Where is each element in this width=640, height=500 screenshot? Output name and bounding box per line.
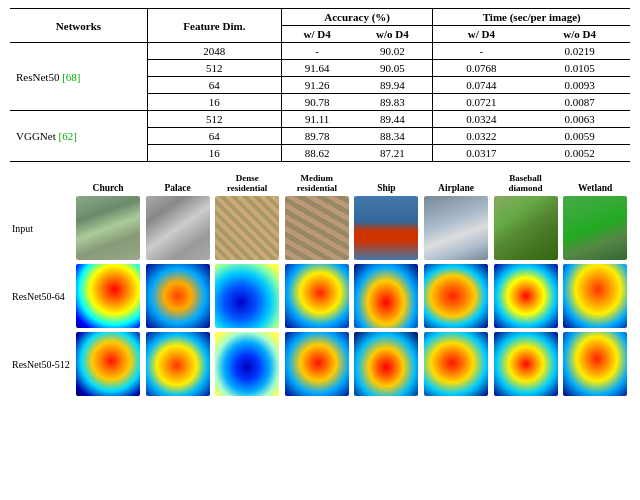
resnet50-acc-w-4: 90.78	[281, 94, 352, 111]
vggnet-time-w-3: 0.0317	[433, 145, 529, 162]
vggnet-time-w-2: 0.0322	[433, 128, 529, 145]
resnet50-dim-1: 2048	[147, 43, 281, 60]
hm64-airplane	[421, 262, 491, 330]
hm64-dense-img	[215, 264, 279, 328]
resnet50-dim-2: 512	[147, 60, 281, 77]
input-dense	[212, 194, 282, 262]
col-time-wod4: w/o D4	[529, 26, 630, 43]
resnet50-row-1: ResNet50 [68] 2048 - 90.02 - 0.0219	[10, 43, 630, 60]
col-label-medium: Mediumresidential	[282, 172, 352, 194]
vggnet-label: VGGNet [62]	[10, 111, 147, 162]
input-airplane	[421, 194, 491, 262]
vggnet-time-w-1: 0.0324	[433, 111, 529, 128]
input-baseball	[491, 194, 561, 262]
resnet50-dim-3: 64	[147, 77, 281, 94]
hm512-wetland-img	[563, 332, 627, 396]
input-wetland	[560, 194, 630, 262]
input-palace	[143, 194, 213, 262]
col-time-group: Time (sec/per image)	[433, 9, 630, 26]
dense-img	[215, 196, 279, 260]
hm512-dense	[212, 330, 282, 398]
hm512-airplane-img	[424, 332, 488, 396]
vggnet-dim-3: 16	[147, 145, 281, 162]
resnet50-acc-wo-3: 89.94	[352, 77, 433, 94]
col-label-church: Church	[73, 172, 143, 194]
resnet50-label: ResNet50 [68]	[10, 43, 147, 111]
resnet50-time-wo-3: 0.0093	[529, 77, 630, 94]
hm64-medium-img	[285, 264, 349, 328]
col-acc-wd4: w/ D4	[281, 26, 352, 43]
resnet50-time-w-1: -	[433, 43, 529, 60]
hm64-wetland-img	[563, 264, 627, 328]
airplane-img	[424, 196, 488, 260]
hm64-ship	[352, 262, 422, 330]
vggnet-acc-w-3: 88.62	[281, 145, 352, 162]
vggnet-acc-w-2: 89.78	[281, 128, 352, 145]
resnet50-time-w-3: 0.0744	[433, 77, 529, 94]
resnet50-64-row-label: ResNet50-64	[10, 262, 73, 330]
performance-table: Networks Feature Dim. Accuracy (%) Time …	[10, 8, 630, 162]
input-ship	[352, 194, 422, 262]
col-time-wd4: w/ D4	[433, 26, 529, 43]
hm512-medium	[282, 330, 352, 398]
hm512-wetland	[560, 330, 630, 398]
hm512-church	[73, 330, 143, 398]
hm512-church-img	[76, 332, 140, 396]
vggnet-acc-w-1: 91.11	[281, 111, 352, 128]
input-row: Input	[10, 194, 630, 262]
hm64-ship-img	[354, 264, 418, 328]
empty-corner	[10, 172, 73, 194]
hm512-airplane	[421, 330, 491, 398]
hm64-palace-img	[146, 264, 210, 328]
hm64-dense	[212, 262, 282, 330]
hm512-baseball	[491, 330, 561, 398]
resnet50-dim-4: 16	[147, 94, 281, 111]
main-container: Networks Feature Dim. Accuracy (%) Time …	[0, 0, 640, 402]
hm512-dense-img	[215, 332, 279, 396]
resnet50-acc-w-3: 91.26	[281, 77, 352, 94]
hm64-baseball-img	[494, 264, 558, 328]
resnet50-acc-w-2: 91.64	[281, 60, 352, 77]
hm512-baseball-img	[494, 332, 558, 396]
vggnet-acc-wo-1: 89.44	[352, 111, 433, 128]
resnet50-acc-wo-4: 89.83	[352, 94, 433, 111]
wetland-img	[563, 196, 627, 260]
col-acc-wod4: w/o D4	[352, 26, 433, 43]
resnet50-time-w-2: 0.0768	[433, 60, 529, 77]
hm64-wetland	[560, 262, 630, 330]
input-church	[73, 194, 143, 262]
resnet50-512-row-label: ResNet50-512	[10, 330, 73, 398]
hm512-palace	[143, 330, 213, 398]
resnet50-ref: [68]	[62, 71, 80, 83]
resnet50-acc-wo-1: 90.02	[352, 43, 433, 60]
col-feature-dim: Feature Dim.	[147, 9, 281, 43]
ship-img	[354, 196, 418, 260]
medium-img	[285, 196, 349, 260]
vggnet-ref: [62]	[58, 130, 76, 142]
resnet50-acc-wo-2: 90.05	[352, 60, 433, 77]
vggnet-acc-wo-3: 87.21	[352, 145, 433, 162]
col-label-airplane: Airplane	[421, 172, 491, 194]
resnet50-time-wo-4: 0.0087	[529, 94, 630, 111]
hm64-church-img	[76, 264, 140, 328]
resnet50-64-row: ResNet50-64	[10, 262, 630, 330]
vggnet-time-wo-3: 0.0052	[529, 145, 630, 162]
input-row-label: Input	[10, 194, 73, 262]
hm512-ship-img	[354, 332, 418, 396]
resnet50-time-w-4: 0.0721	[433, 94, 529, 111]
viz-table: Church Palace Denseresidential Mediumres…	[10, 172, 630, 398]
resnet50-time-wo-2: 0.0105	[529, 60, 630, 77]
hm64-airplane-img	[424, 264, 488, 328]
vggnet-time-wo-2: 0.0059	[529, 128, 630, 145]
input-medium	[282, 194, 352, 262]
baseball-img	[494, 196, 558, 260]
vggnet-acc-wo-2: 88.34	[352, 128, 433, 145]
resnet50-acc-w-1: -	[281, 43, 352, 60]
hm64-church	[73, 262, 143, 330]
col-networks: Networks	[10, 9, 147, 43]
col-label-ship: Ship	[352, 172, 422, 194]
hm64-baseball	[491, 262, 561, 330]
resnet50-512-row: ResNet50-512	[10, 330, 630, 398]
col-label-baseball: Baseballdiamond	[491, 172, 561, 194]
col-label-dense: Denseresidential	[212, 172, 282, 194]
